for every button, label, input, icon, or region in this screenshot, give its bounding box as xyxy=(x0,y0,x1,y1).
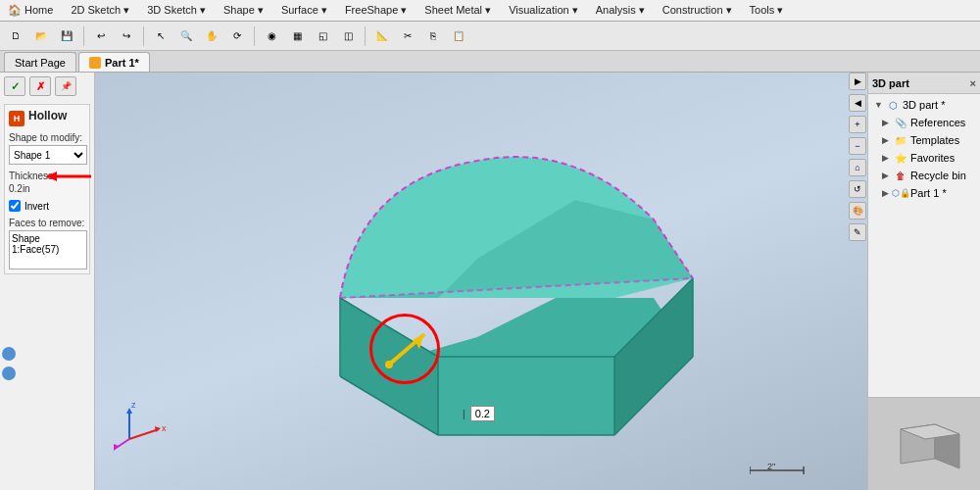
tree-label-part1: Part 1 * xyxy=(910,187,947,199)
tree-item-part1[interactable]: ▶ ⬡🔒 Part 1 * xyxy=(870,184,978,202)
tree-view: ▼ ⬡ 3D part * ▶ 📎 References ▶ 📁 Templat… xyxy=(868,94,980,397)
invert-label: Invert xyxy=(24,201,49,212)
tree-icon-recycle: 🗑 xyxy=(894,169,907,182)
toolbar-view1[interactable]: ▦ xyxy=(285,24,309,48)
menu-tools[interactable]: Tools ▾ xyxy=(746,4,788,17)
toolbar-measure[interactable]: 📐 xyxy=(370,24,394,48)
tab-start-page-label: Start Page xyxy=(15,57,66,69)
svg-point-19 xyxy=(385,361,393,368)
tree-expand-templates: ▶ xyxy=(882,135,892,145)
action-buttons: ✓ ✗ 📌 xyxy=(0,73,94,100)
right-panel: 3D part × ▼ ⬡ 3D part * ▶ 📎 References ▶… xyxy=(867,73,980,490)
toolbar-new[interactable]: 🗋 xyxy=(4,24,27,48)
faces-listbox[interactable]: Shape 1:Face(57) xyxy=(9,230,87,270)
hollow-header: H Hollow xyxy=(9,109,85,128)
invert-checkbox[interactable] xyxy=(9,200,21,212)
dimension-label: | 0.2 xyxy=(463,408,495,419)
rs-btn-5[interactable]: ⌂ xyxy=(849,159,866,176)
toolbar-redo[interactable]: ↪ xyxy=(115,24,138,48)
rs-btn-3[interactable]: + xyxy=(849,116,866,133)
toolbar-pan[interactable]: ✋ xyxy=(200,24,223,48)
menu-home[interactable]: 🏠 Home xyxy=(4,4,57,17)
tab-start-page[interactable]: Start Page xyxy=(4,52,76,72)
menu-freeshape[interactable]: FreeShape ▾ xyxy=(341,4,411,17)
tree-expand-recycle: ▶ xyxy=(882,171,892,180)
left-panel: ✓ ✗ 📌 H Hollow Shape to modify: Shape 1 … xyxy=(0,73,95,490)
menu-construction[interactable]: Construction ▾ xyxy=(659,4,736,17)
menu-sheetmetal[interactable]: Sheet Metal ▾ xyxy=(420,4,495,17)
toolbar: 🗋 📂 💾 ↩ ↪ ↖ 🔍 ✋ ⟳ ◉ ▦ ◱ ◫ 📐 ✂ ⎘ 📋 xyxy=(0,22,980,51)
shape-to-modify-select[interactable]: Shape 1 xyxy=(9,145,87,165)
red-arrow-annotation xyxy=(42,167,91,184)
tree-label-references: References xyxy=(910,117,965,128)
part-icon xyxy=(89,57,101,69)
pin-button[interactable]: 📌 xyxy=(55,76,76,96)
main-area: ✓ ✗ 📌 H Hollow Shape to modify: Shape 1 … xyxy=(0,73,980,490)
toolbar-copy[interactable]: ⎘ xyxy=(421,24,445,48)
faces-to-remove-label: Faces to remove: xyxy=(9,218,85,228)
axes-indicator: z x xyxy=(110,400,169,456)
toolbar-sep-2 xyxy=(143,26,144,46)
svg-marker-5 xyxy=(438,357,614,435)
tree-item-references[interactable]: ▶ 📎 References xyxy=(870,114,978,131)
side-icon-2[interactable] xyxy=(2,367,16,380)
toolbar-view2[interactable]: ◱ xyxy=(311,24,334,48)
shape-to-modify-label: Shape to modify: xyxy=(9,132,85,143)
toolbar-view3[interactable]: ◫ xyxy=(336,24,360,48)
tree-label-3dpart: 3D part * xyxy=(903,99,945,111)
menu-shape[interactable]: Shape ▾ xyxy=(220,4,268,17)
menu-3dsketch[interactable]: 3D Sketch ▾ xyxy=(143,4,210,17)
menu-bar: 🏠 Home 2D Sketch ▾ 3D Sketch ▾ Shape ▾ S… xyxy=(0,0,980,22)
toolbar-undo[interactable]: ↩ xyxy=(89,24,113,48)
cancel-button[interactable]: ✗ xyxy=(29,76,51,96)
tree-expand-references: ▶ xyxy=(882,118,892,127)
tree-item-favorites[interactable]: ▶ ⭐ Favorites xyxy=(870,149,978,167)
face-item: Shape 1:Face(57) xyxy=(12,233,84,255)
tree-icon-part1: ⬡🔒 xyxy=(894,186,907,200)
viewport[interactable]: | 0.2 z x xyxy=(95,73,867,490)
tree-item-3dpart[interactable]: ▼ ⬡ 3D part * xyxy=(870,96,978,114)
toolbar-zoom[interactable]: 🔍 xyxy=(174,24,198,48)
dimension-value[interactable]: 0.2 xyxy=(470,406,495,421)
toolbar-sep-4 xyxy=(365,26,366,46)
right-panel-header: 3D part × xyxy=(868,73,980,94)
ok-button[interactable]: ✓ xyxy=(4,76,25,96)
hollow-title: Hollow xyxy=(28,109,67,122)
tree-icon-3dpart: ⬡ xyxy=(886,98,900,112)
menu-analysis[interactable]: Analysis ▾ xyxy=(592,4,649,17)
tree-expand-part1: ▶ xyxy=(882,188,892,198)
menu-2dsketch[interactable]: 2D Sketch ▾ xyxy=(67,4,133,17)
preview-svg xyxy=(881,405,969,483)
side-icon-1[interactable] xyxy=(2,347,16,361)
tree-item-recycle-bin[interactable]: ▶ 🗑 Recycle bin xyxy=(870,167,978,184)
rs-btn-8[interactable]: ✎ xyxy=(849,223,866,241)
invert-row: Invert xyxy=(9,200,85,212)
toolbar-cut[interactable]: ✂ xyxy=(396,24,419,48)
tab-bar: Start Page Part 1* xyxy=(0,51,980,73)
tree-label-recycle: Recycle bin xyxy=(910,170,966,181)
rs-btn-2[interactable]: ◀ xyxy=(849,94,866,112)
tree-item-templates[interactable]: ▶ 📁 Templates xyxy=(870,131,978,149)
toolbar-sep-1 xyxy=(83,26,84,46)
toolbar-paste[interactable]: 📋 xyxy=(447,24,470,48)
rs-btn-7[interactable]: 🎨 xyxy=(849,202,866,220)
toolbar-render[interactable]: ◉ xyxy=(260,24,283,48)
tree-expand-3dpart: ▼ xyxy=(874,100,884,110)
right-panel-close[interactable]: × xyxy=(970,77,976,89)
rs-btn-4[interactable]: − xyxy=(849,137,866,155)
svg-text:2": 2" xyxy=(767,463,775,471)
rs-btn-1[interactable]: ▶ xyxy=(849,73,866,90)
tree-label-favorites: Favorites xyxy=(910,152,955,164)
tab-part1[interactable]: Part 1* xyxy=(78,52,150,72)
toolbar-save[interactable]: 💾 xyxy=(55,24,78,48)
tree-label-templates: Templates xyxy=(910,134,959,146)
toolbar-select[interactable]: ↖ xyxy=(149,24,172,48)
toolbar-rotate[interactable]: ⟳ xyxy=(225,24,249,48)
toolbar-open[interactable]: 📂 xyxy=(29,24,53,48)
toolbar-sep-3 xyxy=(254,26,255,46)
tree-icon-templates: 📁 xyxy=(894,133,907,147)
rs-btn-6[interactable]: ↺ xyxy=(849,180,866,198)
svg-marker-24 xyxy=(155,426,161,432)
menu-surface[interactable]: Surface ▾ xyxy=(277,4,331,17)
menu-visualization[interactable]: Visualization ▾ xyxy=(505,4,582,17)
